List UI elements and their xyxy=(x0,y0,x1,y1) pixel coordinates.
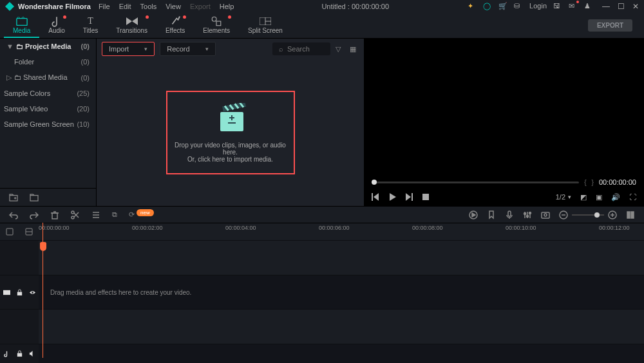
sidebar-item-project-media[interactable]: ▼🗀 Project Media (0) xyxy=(0,39,96,54)
close-button[interactable]: ✕ xyxy=(632,2,639,11)
menu-edit[interactable]: Edit xyxy=(119,3,131,10)
tab-titles[interactable]: T Titles xyxy=(74,13,108,38)
support-icon[interactable]: ◯ xyxy=(483,2,492,11)
fullscreen-icon[interactable]: ⛶ xyxy=(629,193,636,201)
marker-toggle-button[interactable] xyxy=(487,210,496,219)
video-track-icon xyxy=(3,289,10,296)
account-icon[interactable]: ♟ xyxy=(584,2,593,11)
prev-frame-button[interactable] xyxy=(372,193,379,201)
save-icon[interactable]: 🖫 xyxy=(553,2,562,11)
record-dropdown[interactable]: Record ▾ xyxy=(160,42,215,56)
edit-list-button[interactable] xyxy=(91,210,100,219)
project-title: Untitled : 00:00:00:00 xyxy=(243,3,468,10)
svg-point-22 xyxy=(71,211,74,214)
zoom-in-icon[interactable] xyxy=(608,210,617,219)
zoom-out-icon[interactable] xyxy=(559,210,568,219)
cart-icon[interactable]: 🛒 xyxy=(498,2,507,11)
tab-audio[interactable]: Audio xyxy=(39,13,74,38)
gift-icon[interactable]: ⛁ xyxy=(514,2,523,11)
visibility-icon[interactable] xyxy=(29,289,36,296)
next-frame-button[interactable] xyxy=(405,193,413,201)
filter-icon[interactable]: ▽ xyxy=(336,44,345,53)
badge-icon[interactable]: ✦ xyxy=(468,2,477,11)
svg-rect-18 xyxy=(422,194,429,200)
track-menu-icon[interactable] xyxy=(6,228,14,236)
preview-scale-dropdown[interactable]: 1/2▾ xyxy=(556,193,571,201)
svg-point-33 xyxy=(527,215,529,217)
ruler-mark: 00:00:08:00 xyxy=(412,225,443,231)
folder-icon[interactable] xyxy=(30,194,39,201)
preview-video[interactable] xyxy=(364,39,644,176)
tab-elements[interactable]: Elements xyxy=(194,13,239,38)
volume-icon[interactable]: 🔊 xyxy=(611,193,620,201)
preview-scrubber[interactable]: { } 00:00:00:00 xyxy=(364,176,644,188)
record-label: Record xyxy=(167,45,189,53)
dot-icon xyxy=(228,15,231,19)
menu-file[interactable]: File xyxy=(99,3,110,10)
search-input[interactable]: ⌕ Search xyxy=(272,42,330,55)
tab-media[interactable]: Media xyxy=(4,13,39,38)
marker-button[interactable]: ⧉ xyxy=(112,210,117,219)
track-settings-icon[interactable] xyxy=(25,228,33,236)
new-folder-icon[interactable] xyxy=(9,194,18,201)
search-icon: ⌕ xyxy=(279,45,283,53)
quality-icon[interactable]: ◩ xyxy=(580,193,587,201)
menu-view[interactable]: View xyxy=(166,3,181,10)
snapshot-icon[interactable]: ▣ xyxy=(596,193,602,201)
sidebar-item-folder[interactable]: Folder (0) xyxy=(0,54,96,70)
sidebar-count: (20) xyxy=(77,105,90,113)
svg-rect-3 xyxy=(216,21,221,26)
screenshot-button[interactable] xyxy=(541,210,550,219)
zoom-fit-button[interactable] xyxy=(626,210,635,219)
menu-tools[interactable]: Tools xyxy=(140,3,157,10)
audio-track[interactable] xyxy=(0,344,644,363)
mixer-button[interactable] xyxy=(523,210,532,219)
sidebar-count: (0) xyxy=(81,42,90,50)
zoom-slider[interactable] xyxy=(559,210,617,219)
speed-button[interactable]: ⟳ new xyxy=(129,210,154,219)
message-icon[interactable]: ✉ xyxy=(569,2,578,11)
login-link[interactable]: Login xyxy=(529,2,547,11)
minimize-button[interactable]: — xyxy=(602,2,610,11)
stop-button[interactable] xyxy=(422,193,430,201)
tab-transitions[interactable]: Transitions xyxy=(107,13,156,38)
export-button[interactable]: EXPORT xyxy=(588,19,632,32)
voiceover-button[interactable] xyxy=(505,210,514,219)
timeline-ruler[interactable]: 00:00:00:00 00:00:02:00 00:00:04:00 00:0… xyxy=(39,223,644,240)
ruler-mark: 00:00:04:00 xyxy=(225,225,256,231)
sidebar-item-sample-green-screen[interactable]: Sample Green Screen (10) xyxy=(0,116,96,132)
svg-rect-17 xyxy=(412,193,413,201)
sidebar-label: Project Media xyxy=(25,42,71,50)
playhead[interactable] xyxy=(43,223,43,358)
undo-button[interactable] xyxy=(9,210,18,219)
effects-icon xyxy=(169,17,181,26)
drop-text-2: Or, click here to import media. xyxy=(187,156,273,163)
sidebar-item-sample-colors[interactable]: Sample Colors (25) xyxy=(0,86,96,101)
mark-out-icon[interactable]: } xyxy=(592,179,594,186)
mark-in-icon[interactable]: { xyxy=(584,179,586,186)
caret-down-icon: ▼ xyxy=(6,42,14,50)
delete-button[interactable] xyxy=(50,210,59,219)
split-button[interactable] xyxy=(71,210,80,219)
render-button[interactable] xyxy=(469,210,478,219)
tab-elements-label: Elements xyxy=(203,27,230,34)
import-dropzone[interactable]: Drop your video clips, images, or audio … xyxy=(166,91,295,174)
grid-view-icon[interactable]: ▦ xyxy=(350,44,359,53)
tab-effects[interactable]: Effects xyxy=(156,13,194,38)
lock-icon[interactable] xyxy=(16,289,23,296)
sidebar-item-shared-media[interactable]: ▷🗀 Shared Media (0) xyxy=(0,70,96,86)
play-button[interactable] xyxy=(388,193,396,201)
app-logo-icon xyxy=(5,2,14,11)
app-name: Wondershare Filmora xyxy=(18,3,91,10)
video-track[interactable]: Drag media and effects here to create yo… xyxy=(0,275,644,310)
redo-button[interactable] xyxy=(30,210,39,219)
sidebar-item-sample-video[interactable]: Sample Video (20) xyxy=(0,101,96,116)
mute-icon[interactable] xyxy=(29,350,36,357)
title-bar: Wondershare Filmora File Edit Tools View… xyxy=(0,0,644,13)
import-dropdown[interactable]: Import ▾ xyxy=(102,42,155,56)
tab-split-screen[interactable]: Split Screen xyxy=(239,13,292,38)
maximize-button[interactable]: ☐ xyxy=(618,2,625,11)
menu-help[interactable]: Help xyxy=(220,3,234,10)
lock-icon[interactable] xyxy=(16,350,23,357)
content-row: ▼🗀 Project Media (0) Folder (0) ▷🗀 Share… xyxy=(0,39,644,206)
